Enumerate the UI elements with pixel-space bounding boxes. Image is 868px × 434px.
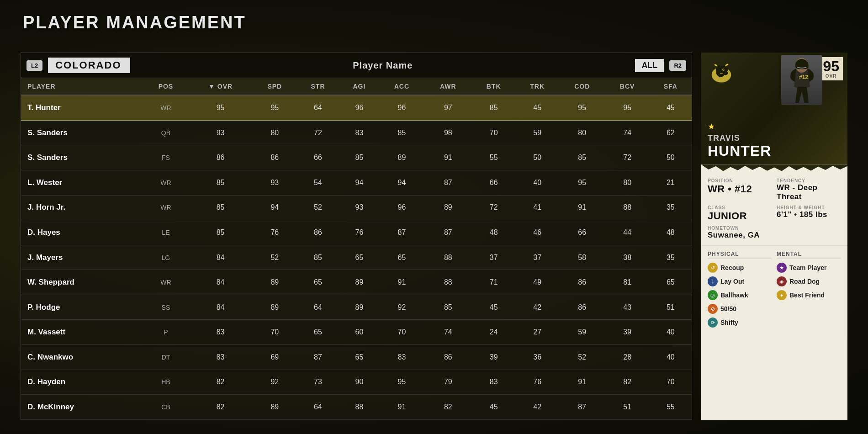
table-row[interactable]: M. Vassett P 83 70 65 60 70 74 24 27 59 …: [21, 320, 692, 345]
position-value: WR • #12: [708, 183, 772, 195]
col-header-btk[interactable]: BTK: [472, 78, 516, 95]
player-bcv-cell: 43: [605, 295, 650, 320]
player-spd-cell: 80: [253, 120, 297, 145]
player-cod-cell: 86: [559, 295, 605, 320]
col-header-sfa[interactable]: SFA: [650, 78, 692, 95]
col-header-awr[interactable]: AWR: [424, 78, 472, 95]
player-name-cell: L. Wester: [21, 170, 143, 195]
col-header-acc[interactable]: ACC: [379, 78, 424, 95]
trait-team-player: ★ Team Player: [777, 263, 841, 273]
player-awr-cell: 98: [424, 120, 472, 145]
player-pos-cell: HB: [143, 370, 188, 395]
table-row[interactable]: D. Hayden HB 82 92 73 90 95 79 83 76 91 …: [21, 370, 692, 395]
player-photo: #12: [781, 55, 822, 105]
table-row[interactable]: P. Hodge SS 84 89 64 89 92 85 45 42 86 4…: [21, 295, 692, 320]
table-row[interactable]: S. Sanders QB 93 80 72 83 85 98 70 59 80…: [21, 120, 692, 145]
player-pos-cell: DT: [143, 345, 188, 370]
player-sfa-cell: 50: [650, 145, 692, 170]
player-bcv-cell: 82: [605, 370, 650, 395]
player-sfa-cell: 70: [650, 370, 692, 395]
table-row[interactable]: J. Mayers LG 84 52 85 65 65 88 37 37 58 …: [21, 245, 692, 270]
r2-button[interactable]: R2: [669, 60, 686, 71]
table-row[interactable]: C. Nwankwo DT 83 69 87 65 83 86 39 36 52…: [21, 345, 692, 370]
col-header-spd[interactable]: SPD: [253, 78, 297, 95]
player-sfa-cell: 35: [650, 195, 692, 220]
player-cod-cell: 66: [559, 220, 605, 245]
player-ovr-cell: 85: [188, 170, 253, 195]
trait-road-dog: ◈ Road Dog: [777, 276, 841, 286]
col-header-ovr[interactable]: ▼ OVR: [188, 78, 253, 95]
player-trk-cell: 76: [515, 370, 559, 395]
filter-all[interactable]: ALL: [635, 59, 664, 72]
table-row[interactable]: J. Horn Jr. WR 85 94 52 93 96 89 72 41 9…: [21, 195, 692, 220]
player-awr-cell: 85: [424, 295, 472, 320]
table-row[interactable]: W. Sheppard WR 84 89 65 89 91 88 71 49 8…: [21, 270, 692, 295]
player-acc-cell: 96: [379, 95, 424, 120]
hometown-label: HOMETOWN: [708, 226, 841, 231]
player-bcv-cell: 28: [605, 345, 650, 370]
player-btk-cell: 48: [472, 220, 516, 245]
player-cod-cell: 85: [559, 145, 605, 170]
road-dog-icon: ◈: [777, 276, 787, 286]
player-str-cell: 52: [296, 195, 339, 220]
best-friend-icon: ♦: [777, 290, 787, 300]
table-row[interactable]: S. Sanders FS 86 86 66 85 89 91 55 50 85…: [21, 145, 692, 170]
table-row[interactable]: T. Hunter WR 95 95 64 96 96 97 85 45 95 …: [21, 95, 692, 120]
player-awr-cell: 87: [424, 170, 472, 195]
player-bcv-cell: 44: [605, 220, 650, 245]
player-agi-cell: 89: [339, 295, 379, 320]
class-label: CLASS: [708, 205, 772, 210]
player-cod-cell: 58: [559, 245, 605, 270]
player-pos-cell: WR: [143, 170, 188, 195]
hometown-value: Suwanee, GA: [708, 231, 841, 240]
player-str-cell: 65: [296, 320, 339, 345]
player-ovr-cell: 83: [188, 345, 253, 370]
player-spd-cell: 69: [253, 345, 297, 370]
player-str-cell: 72: [296, 120, 339, 145]
player-spd-cell: 92: [253, 370, 297, 395]
col-header-str[interactable]: STR: [296, 78, 339, 95]
player-ovr-cell: 82: [188, 395, 253, 420]
player-sfa-cell: 48: [650, 220, 692, 245]
player-name-cell: D. Hayden: [21, 370, 143, 395]
table-row[interactable]: L. Wester WR 85 93 54 94 94 87 66 40 95 …: [21, 170, 692, 195]
player-agi-cell: 65: [339, 345, 379, 370]
player-pos-cell: QB: [143, 120, 188, 145]
player-name-cell: C. Nwankwo: [21, 345, 143, 370]
player-acc-cell: 91: [379, 270, 424, 295]
player-spd-cell: 89: [253, 270, 297, 295]
player-spd-cell: 89: [253, 295, 297, 320]
player-ovr-cell: 84: [188, 295, 253, 320]
l2-button[interactable]: L2: [26, 60, 42, 71]
player-bcv-cell: 95: [605, 95, 650, 120]
player-bcv-cell: 81: [605, 270, 650, 295]
col-header-bcv[interactable]: BCV: [605, 78, 650, 95]
mental-header: MENTAL: [777, 251, 841, 259]
player-cod-cell: 87: [559, 395, 605, 420]
table-row[interactable]: D. McKinney CB 82 89 64 88 91 82 45 42 8…: [21, 395, 692, 420]
player-bcv-cell: 80: [605, 170, 650, 195]
player-agi-cell: 65: [339, 245, 379, 270]
ovr-badge: 95 OVR: [819, 57, 843, 80]
player-trk-cell: 45: [515, 95, 559, 120]
position-block: POSITION WR • #12: [708, 178, 772, 201]
player-sfa-cell: 51: [650, 295, 692, 320]
best-friend-label: Best Friend: [789, 291, 825, 299]
col-header-cod[interactable]: COD: [559, 78, 605, 95]
svg-text:#12: #12: [799, 74, 808, 80]
ballhawk-label: Ballhawk: [720, 291, 748, 299]
col-header-trk[interactable]: TRK: [515, 78, 559, 95]
player-trk-cell: 37: [515, 245, 559, 270]
col-header-agi[interactable]: AGI: [339, 78, 379, 95]
lay-out-icon: ⤵: [708, 276, 718, 286]
player-pos-cell: SS: [143, 295, 188, 320]
player-sfa-cell: 40: [650, 345, 692, 370]
table-row[interactable]: D. Hayes LE 85 76 86 76 87 87 48 46 66 4…: [21, 220, 692, 245]
player-awr-cell: 88: [424, 270, 472, 295]
player-pos-cell: P: [143, 320, 188, 345]
player-acc-cell: 91: [379, 395, 424, 420]
player-acc-cell: 94: [379, 170, 424, 195]
trait-lay-out: ⤵ Lay Out: [708, 276, 772, 286]
player-name-cell: D. McKinney: [21, 395, 143, 420]
team-logo: [708, 60, 735, 87]
